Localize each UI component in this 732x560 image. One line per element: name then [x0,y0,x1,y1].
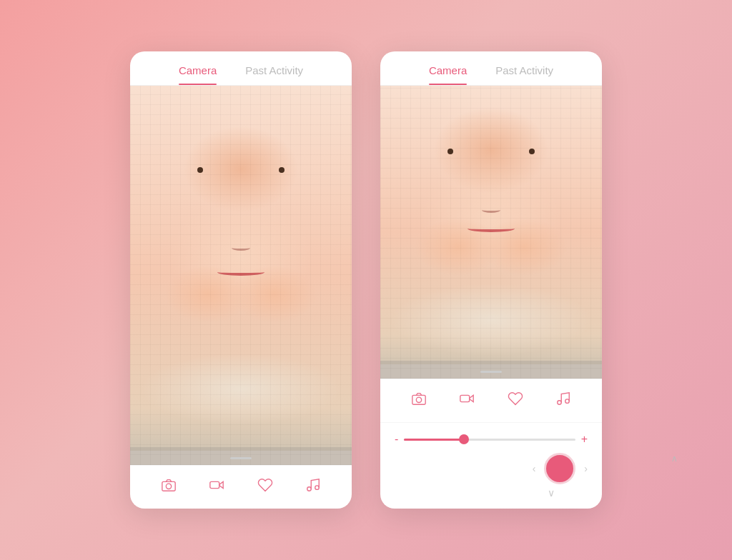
volume-row: - + [395,433,588,446]
phone-left: Camera Past Activity [130,51,352,509]
chevron-down-icon[interactable]: ∨ [548,487,555,499]
face-left [164,105,319,314]
eye-right [279,167,285,173]
nose-r [482,207,500,213]
svg-point-1 [166,484,171,489]
svg-point-11 [565,399,570,404]
nav-row: ∧ ‹ › [395,453,588,484]
heart-icon-right[interactable] [508,391,523,411]
eye-left [197,167,203,173]
tab-bar-left: Camera Past Activity [130,51,352,85]
face-right [414,101,569,262]
camera-icon-right[interactable] [411,391,427,411]
svg-marker-9 [470,395,474,401]
tab-past-activity-left[interactable]: Past Activity [245,64,303,85]
camera-icon-left[interactable] [161,477,177,497]
chevron-left-icon[interactable]: ‹ [533,463,536,474]
scroll-indicator-right [480,371,502,373]
scroll-indicator-left [230,457,252,459]
music-icon-left[interactable] [305,477,321,497]
chevron-down-row: ∨ [395,484,588,499]
volume-plus[interactable]: + [581,433,588,446]
svg-marker-3 [219,481,224,488]
tab-camera-right[interactable]: Camera [429,64,467,85]
phone-right: Camera Past Activity [380,51,602,509]
slider-thumb [459,434,469,444]
tab-bar-right: Camera Past Activity [380,51,602,85]
bottom-stripe-right [380,361,602,364]
action-bar-left [130,465,352,509]
record-button[interactable] [544,453,575,484]
svg-point-5 [315,486,320,490]
tab-past-activity-right[interactable]: Past Activity [495,64,553,85]
svg-point-4 [307,487,312,491]
svg-rect-6 [412,395,425,404]
nose [232,245,250,251]
svg-point-10 [558,401,562,405]
volume-slider[interactable] [404,439,575,441]
video-icon-right[interactable] [459,391,475,411]
svg-rect-0 [162,481,175,491]
bottom-stripe-left [130,447,352,451]
heart-icon-left[interactable] [257,477,273,497]
svg-rect-2 [210,481,219,488]
volume-minus[interactable]: - [395,433,398,446]
controls-panel: - + ∧ ‹ › ∨ [380,422,602,509]
mouth-r [468,225,514,232]
baby-image-left [130,86,352,465]
chevron-right-icon[interactable]: › [584,463,588,474]
slider-fill [404,439,464,441]
action-bar-right [380,379,602,422]
camera-view-left [130,86,352,465]
camera-view-right [380,86,602,379]
tab-camera-left[interactable]: Camera [179,64,217,85]
mouth [217,269,264,276]
video-icon-left[interactable] [209,477,224,497]
eye-right-r [529,149,535,154]
svg-rect-8 [460,395,470,401]
baby-image-right [380,86,602,379]
eye-left-r [447,149,453,154]
music-icon-right[interactable] [555,391,571,411]
svg-point-7 [416,397,421,402]
